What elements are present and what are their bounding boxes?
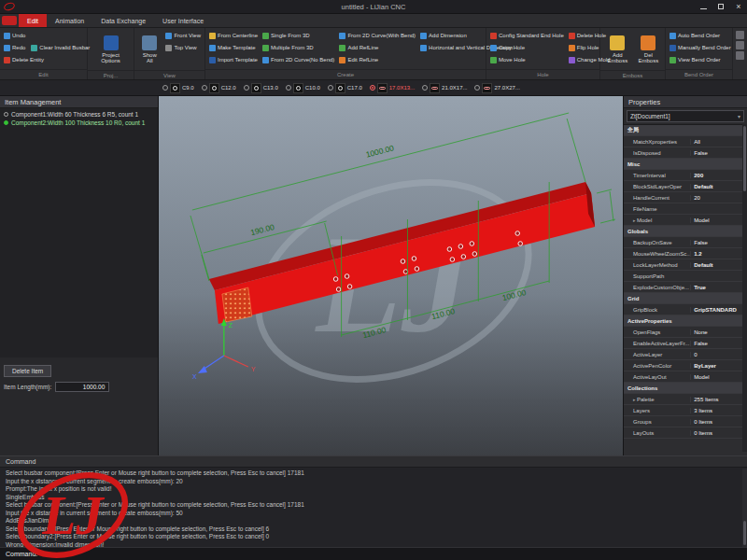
tree-item[interactable]: Component2:Width 100 Thickness 10 R0, co… <box>0 119 158 127</box>
menu-tab[interactable]: Data Exchange <box>92 14 154 27</box>
property-value[interactable]: 0 Items <box>690 419 747 425</box>
hole-size-option[interactable]: 27.0X27... <box>472 83 521 93</box>
property-value[interactable]: 0 Items <box>690 430 747 436</box>
tree-item[interactable]: Component1:Width 60 Thickness 6 R5, coun… <box>0 110 158 119</box>
property-row[interactable]: TimerInterval 200 <box>624 170 747 181</box>
property-row[interactable]: GripBlock GripSTANDARD <box>624 304 747 315</box>
auto-bend-order-button[interactable]: Auto Bend Order <box>669 30 732 41</box>
top-view-button[interactable]: Top View <box>164 42 202 53</box>
property-value[interactable]: Model <box>690 217 747 223</box>
panel-toggle-icon[interactable] <box>736 51 744 60</box>
app-menu-icon[interactable] <box>2 16 17 25</box>
from-2d-curve-with-bend-button[interactable]: From 2D Curve(With Bend) <box>338 30 416 41</box>
property-value[interactable]: False <box>690 240 747 245</box>
redo-button[interactable]: Redo <box>3 42 26 53</box>
show-all-button[interactable]: Show All <box>137 30 162 68</box>
scrollbar-thumb[interactable] <box>743 521 746 545</box>
property-row[interactable]: Layers 3 Items <box>624 405 747 416</box>
property-row[interactable]: Model Model <box>624 215 747 226</box>
command-scrollbar[interactable] <box>742 469 747 547</box>
minimize-button[interactable] <box>695 1 712 13</box>
front-view-button[interactable]: Front View <box>164 30 202 41</box>
item-length-field[interactable]: 1000.00 <box>55 382 109 392</box>
property-row[interactable]: BackupOnSave False <box>624 237 747 248</box>
property-value[interactable]: None <box>690 329 747 335</box>
config-standard-end-hole-button[interactable]: Config Standard End Hole <box>489 30 565 41</box>
import-template-button[interactable]: Import Template <box>208 54 259 65</box>
property-value[interactable]: 0 <box>690 352 747 357</box>
property-row[interactable]: Grid <box>624 293 747 304</box>
delete-entity-button[interactable]: Delete Entity <box>3 54 45 65</box>
emboss-patch[interactable] <box>222 287 252 322</box>
view-bend-order-button[interactable]: View Bend Order <box>669 54 732 65</box>
clear-invalid-busbar-button[interactable]: Clear Invalid Busbar <box>30 42 91 53</box>
property-row[interactable]: SupportPath <box>624 271 747 282</box>
property-row[interactable]: LockLayerMethod Default <box>624 259 747 271</box>
hole-size-option[interactable]: C9.0 <box>161 83 196 93</box>
property-row[interactable]: Globals <box>624 226 747 237</box>
scrollbar-thumb[interactable] <box>743 126 746 191</box>
viewport[interactable]: LJ <box>159 96 624 455</box>
add-emboss-button[interactable]: Add Emboss <box>603 30 632 68</box>
property-value[interactable]: 255 Items <box>690 397 747 402</box>
property-value[interactable]: Default <box>690 184 747 189</box>
property-row[interactable]: IsDisposed False <box>624 147 747 159</box>
property-value[interactable]: ByLayer <box>690 363 747 369</box>
menu-tab[interactable]: User Interface <box>154 14 212 27</box>
hole-size-option[interactable]: 17.0X13... <box>368 83 416 93</box>
move-hole-button[interactable]: Move Hole <box>489 54 565 65</box>
panel-toggle-icon[interactable] <box>736 41 744 49</box>
property-row[interactable]: OpenFlags None <box>624 327 747 338</box>
property-value[interactable]: Default <box>690 262 747 268</box>
multiple-from-3d-button[interactable]: Multiple From 3D <box>261 42 335 53</box>
maximize-button[interactable] <box>712 1 729 13</box>
property-row[interactable]: ActiveLayer 0 <box>624 349 747 360</box>
property-value[interactable]: 1.2 <box>690 251 747 257</box>
property-row[interactable]: 全局 <box>624 125 747 136</box>
property-value[interactable]: 20 <box>690 195 747 201</box>
from-centerline-button[interactable]: From Centerline <box>208 30 259 41</box>
menu-tab[interactable]: Animation <box>47 14 92 27</box>
project-options-button[interactable]: Project Options <box>91 30 131 68</box>
property-value[interactable]: True <box>690 285 747 290</box>
property-value[interactable]: False <box>690 150 747 156</box>
property-row[interactable]: HandleCurrent 20 <box>624 192 747 203</box>
property-row[interactable]: ExplodeCustomObje... True <box>624 282 747 293</box>
property-row[interactable]: MatchXproperties All <box>624 136 747 147</box>
property-value[interactable]: Model <box>690 374 747 380</box>
property-value[interactable]: GripSTANDARD <box>690 307 747 313</box>
menu-tab[interactable]: Edit <box>19 14 47 27</box>
hole-size-option[interactable]: C17.0 <box>326 83 364 93</box>
property-value[interactable]: 200 <box>690 173 747 178</box>
property-value[interactable]: 3 Items <box>690 408 747 413</box>
manually-bend-order-button[interactable]: Manually Bend Order <box>669 42 732 53</box>
property-row[interactable]: EnableActiveLayerFr... False <box>624 338 747 349</box>
copy-hole-button[interactable]: Copy Hole <box>489 42 565 53</box>
hole-size-option[interactable]: C12.0 <box>200 83 238 93</box>
property-row[interactable]: ActivePenColor ByLayer <box>624 360 747 371</box>
property-row[interactable]: Collections <box>624 383 747 394</box>
property-value[interactable]: All <box>690 139 747 145</box>
property-row[interactable]: BlockStdLayerOper Default <box>624 181 747 192</box>
from-2d-curve-no-bend-button[interactable]: From 2D Curve(No Bend) <box>261 54 335 65</box>
panel-toggle-icon[interactable] <box>736 31 744 39</box>
properties-scrollbar[interactable] <box>742 124 747 452</box>
property-row[interactable]: Groups 0 Items <box>624 416 747 427</box>
undo-button[interactable]: Undo <box>3 30 26 41</box>
command-input[interactable]: Command: <box>0 547 747 560</box>
properties-object-selector[interactable]: Zt[Document1] ▾ <box>627 110 744 122</box>
delete-item-button[interactable]: Delete Item <box>4 365 51 377</box>
property-row[interactable]: LayOuts 0 Items <box>624 427 747 439</box>
del-emboss-button[interactable]: Del Emboss <box>635 30 662 68</box>
edit-refline-button[interactable]: Edit RefLine <box>338 54 416 65</box>
property-row[interactable]: Misc <box>624 159 747 170</box>
hole-size-option[interactable]: C10.0 <box>284 83 322 93</box>
property-row[interactable]: MouseWheelZoomSc... 1.2 <box>624 248 747 259</box>
property-row[interactable]: ActiveProperties <box>624 315 747 327</box>
hole-size-option[interactable]: 21.0X17... <box>420 83 469 93</box>
make-template-button[interactable]: Make Template <box>208 42 259 53</box>
property-row[interactable]: Palette 255 Items <box>624 394 747 405</box>
property-value[interactable]: False <box>690 341 747 346</box>
single-from-3d-button[interactable]: Single From 3D <box>261 30 335 41</box>
close-button[interactable]: × <box>730 1 747 13</box>
